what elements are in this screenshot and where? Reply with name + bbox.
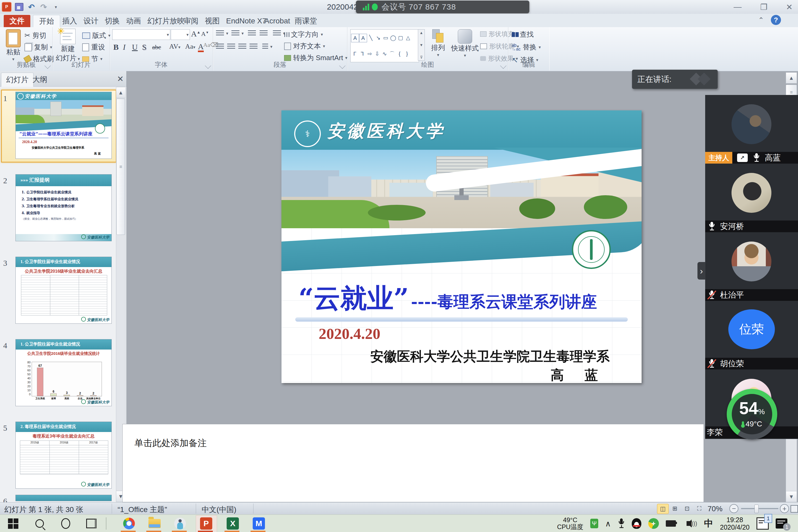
cut-button[interactable]: ✂剪切 [24,31,46,40]
shapes-gallery-scroll[interactable]: ▲▼⊽ [418,29,425,61]
arrange-button[interactable]: 排列▾ [427,29,449,57]
justify-button[interactable] [249,44,258,50]
tab-outline[interactable]: 大纲 [28,73,52,87]
font-family-combobox[interactable]: ▾ [112,29,170,40]
slide-canvas[interactable]: ⚕ 安徽医科大学 “云就业” ----毒理系云课堂系列讲座 2020.4.20 … [281,110,642,383]
slide-sorter-view-button[interactable]: ⊞ [669,504,680,513]
redo-button[interactable]: ↷ [39,2,49,12]
thumbnail-slide-6[interactable] [15,495,112,501]
chrome-icon[interactable] [122,517,136,530]
thumbnail-slide-3[interactable]: 1. 公卫学院往届毕业生就业情况 公共卫生学院2016级毕业生就业去向汇总 安徽… [15,257,112,324]
panel-scroll-up-icon[interactable]: ▲ [116,87,126,98]
restore-button[interactable]: ❐ [760,2,767,12]
shrink-font-button[interactable]: A▼ [201,30,209,38]
powerpoint-taskbar-icon[interactable]: P [200,517,213,530]
panel-close-icon[interactable]: ✕ [117,74,124,83]
text-shadow-button[interactable]: S [142,42,147,52]
quick-styles-button[interactable]: 快速样式▾ [450,29,480,58]
canvas-scroll-up-icon[interactable]: ▲ [786,72,797,83]
bold-button[interactable]: B [113,42,119,52]
shape-line-icon[interactable]: ╲ [367,34,375,42]
tab-home[interactable]: 开始 [33,15,60,27]
thumbnail-slide-4[interactable]: 1. 公卫学院往届毕业生就业情况 公共卫生学院2016级毕业生就业情况统计 80… [15,339,112,406]
volume-tray-icon[interactable]: ))) [683,520,697,527]
align-right-button[interactable] [238,44,246,50]
replace-button[interactable]: ab→ac替换▾ [512,42,541,52]
change-case-button[interactable]: Aa▾ [185,42,195,51]
shape-roundrect-icon[interactable]: ▢ [397,34,404,42]
zoom-level[interactable]: 70% [707,505,722,513]
layout-button[interactable]: 版式▾ [82,31,110,40]
theme-name[interactable]: “1_Office 主题” [118,505,167,515]
slideshow-view-button[interactable]: ⛶ [694,504,705,513]
shape-textbox-icon[interactable]: A [351,34,359,42]
zoom-slider-thumb[interactable] [754,505,759,513]
grow-font-button[interactable]: A▲ [191,29,201,38]
shape-arc-icon[interactable]: ⌒ [388,50,396,58]
cpu-temperature-readout[interactable]: 49°CCPU温度 [557,517,583,530]
language-indicator[interactable]: 中文(中国) [202,505,236,515]
shape-curve-icon[interactable]: ∿ [381,50,388,58]
find-button[interactable]: 查找 [512,30,534,39]
canvas-scroll-down-icon[interactable]: ▼ [786,491,797,502]
clock[interactable]: 19:282020/4/20 [720,516,749,531]
normal-view-button[interactable]: ◫ [657,504,669,514]
shapes-gallery[interactable]: A A ╲ ↘ ▭ ◯ ▢ △ Γ Ꞁ ⇨ ⇩ ∿ ⌒ { } [350,29,419,62]
italic-button[interactable]: I [123,42,126,52]
strikethrough-button[interactable]: abc [152,44,161,51]
powerpoint-app-icon[interactable]: P [2,2,12,12]
font-color-button[interactable]: A [198,42,204,52]
cortana-icon[interactable] [59,517,72,530]
meeting-app-taskbar-icon[interactable]: M [252,517,265,530]
help-icon[interactable]: ? [771,15,781,25]
font-size-combobox[interactable]: ▾ [171,29,190,40]
shape-rect-icon[interactable]: ▭ [382,34,390,42]
shape-elbow2-icon[interactable]: Ꞁ [359,50,366,58]
underline-button[interactable]: U [132,42,138,52]
bullets-button[interactable]: ▾ [216,30,228,36]
chat-tray-icon[interactable]: 1 [776,518,787,529]
close-button[interactable]: ✕ [786,2,793,12]
reading-view-button[interactable]: ⊡ [682,504,693,513]
paste-button[interactable]: 粘贴 ▾ [4,29,23,62]
zoom-slider-track[interactable] [741,508,778,509]
shape-brace-right-icon[interactable]: } [403,50,411,58]
thumbnail-slide-1[interactable]: 安徽医科大学 “云就业”——毒理系云课堂系列讲座 2020.4.20 安徽医科大… [15,92,112,159]
character-spacing-button[interactable]: AV▾ [169,42,180,51]
tab-file[interactable]: 文件 [4,15,30,27]
zoom-out-icon[interactable]: − [729,504,738,513]
shape-textbox2-icon[interactable]: A [359,34,367,42]
tray-expand-icon[interactable]: ∧ [605,519,611,528]
notes-pane[interactable]: 单击此处添加备注 [122,424,704,502]
new-slide-button[interactable]: ✳ 新建 幻灯片 ▾ [55,29,81,63]
numbering-button[interactable]: ▾ [231,30,244,36]
tab-yuketang[interactable]: 雨课堂 [289,15,323,27]
participant-tile[interactable]: 位荣 胡位荣 [705,301,798,370]
text-direction-button[interactable]: 文字方向▾ [284,30,323,39]
align-center-button[interactable] [227,44,235,50]
participant-tile[interactable]: 安河桥 [705,164,798,233]
excel-taskbar-icon[interactable]: X [226,517,240,530]
decrease-indent-button[interactable] [248,30,256,36]
ime-indicator[interactable]: 中 [704,517,713,530]
task-view-icon[interactable] [84,517,98,530]
align-left-button[interactable] [216,44,224,50]
qq-tray-icon[interactable] [632,518,641,529]
reset-button[interactable]: 重设 [82,42,105,52]
participant-tile[interactable]: 杜治平 [705,232,798,302]
minimize-button[interactable]: — [734,2,742,12]
participant-tile[interactable]: 主持人 ↗ 高蓝 [705,95,798,165]
shape-triangle-icon[interactable]: △ [404,34,412,42]
start-button[interactable] [6,517,20,530]
shape-arrow-down-icon[interactable]: ⇩ [374,50,381,58]
shape-arrow-icon[interactable]: ↘ [375,34,382,42]
shape-brace-left-icon[interactable]: { [396,50,403,58]
save-button[interactable] [14,2,24,12]
collapse-ribbon-icon[interactable]: ⌃ [758,16,764,24]
shape-oval-icon[interactable]: ◯ [390,34,397,42]
copy-button[interactable]: 复制▾ [24,42,52,52]
usb-tray-icon[interactable]: Ψ [590,519,598,528]
increase-indent-button[interactable] [260,30,268,36]
zoom-in-icon[interactable]: + [780,504,789,513]
panel-collapse-chevron-icon[interactable]: › [698,262,705,280]
